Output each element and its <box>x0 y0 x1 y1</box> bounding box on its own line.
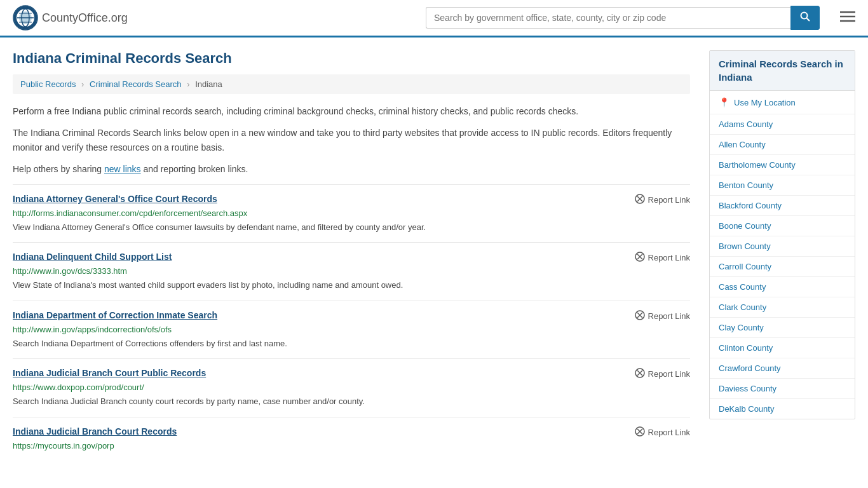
result-title-0[interactable]: Indiana Attorney General's Office Court … <box>13 194 217 204</box>
result-item: Indiana Delinquent Child Support List Re… <box>13 242 690 301</box>
logo-icon <box>13 5 38 30</box>
sidebar-county-item: DeKalb County <box>710 399 855 419</box>
new-links-link[interactable]: new links <box>104 164 141 174</box>
county-link-5[interactable]: Boone County <box>710 216 855 236</box>
result-header: Indiana Department of Correction Inmate … <box>13 310 690 322</box>
result-title-3[interactable]: Indiana Judicial Branch Court Public Rec… <box>13 368 206 378</box>
sidebar: Criminal Records Search in Indiana 📍 Use… <box>709 50 855 463</box>
search-input[interactable] <box>426 7 790 29</box>
hamburger-icon <box>840 11 855 22</box>
report-link-0[interactable]: Report Link <box>635 194 690 206</box>
svg-point-8 <box>801 13 808 19</box>
sidebar-county-item: Boone County <box>710 216 855 236</box>
intro-para-2: The Indiana Criminal Records Search link… <box>13 126 690 154</box>
sidebar-county-item: Daviess County <box>710 379 855 399</box>
county-link-12[interactable]: Crawford County <box>710 358 855 378</box>
search-icon <box>800 11 810 22</box>
county-link-2[interactable]: Bartholomew County <box>710 155 855 175</box>
search-button[interactable] <box>790 6 820 30</box>
county-link-10[interactable]: Clay County <box>710 318 855 337</box>
logo[interactable]: CountyOffice.org <box>13 5 128 30</box>
sidebar-county-item: Bartholomew County <box>710 155 855 175</box>
county-link-1[interactable]: Allen County <box>710 135 855 154</box>
county-link-0[interactable]: Adams County <box>710 114 855 134</box>
breadcrumb-indiana: Indiana <box>195 79 222 89</box>
result-header: Indiana Judicial Branch Court Records Re… <box>13 426 690 438</box>
result-url-0[interactable]: http://forms.indianaconsumer.com/cpd/enf… <box>13 208 690 218</box>
report-link-4[interactable]: Report Link <box>635 426 690 438</box>
report-link-2[interactable]: Report Link <box>635 310 690 322</box>
sidebar-county-item: Cass County <box>710 277 855 297</box>
sidebar-county-item: Brown County <box>710 236 855 257</box>
result-item: Indiana Attorney General's Office Court … <box>13 184 690 243</box>
report-icon-1 <box>635 252 645 264</box>
result-item: Indiana Judicial Branch Court Records Re… <box>13 417 690 463</box>
results-list: Indiana Attorney General's Office Court … <box>13 184 690 463</box>
sidebar-county-item: Adams County <box>710 114 855 135</box>
result-url-2[interactable]: http://www.in.gov/apps/indcorrection/ofs… <box>13 325 690 334</box>
sidebar-county-item: Clark County <box>710 297 855 318</box>
result-title-4[interactable]: Indiana Judicial Branch Court Records <box>13 426 177 437</box>
result-header: Indiana Delinquent Child Support List Re… <box>13 252 690 264</box>
county-link-7[interactable]: Carroll County <box>710 257 855 276</box>
page-title: Indiana Criminal Records Search <box>13 50 690 67</box>
sidebar-county-item: Carroll County <box>710 257 855 277</box>
sidebar-county-item: Crawford County <box>710 358 855 379</box>
county-link-3[interactable]: Benton County <box>710 175 855 195</box>
use-my-location[interactable]: 📍 Use My Location <box>710 91 855 114</box>
report-icon-4 <box>635 426 645 438</box>
sidebar-county-item: Benton County <box>710 175 855 196</box>
county-link-4[interactable]: Blackford County <box>710 196 855 215</box>
sidebar-county-item: Clay County <box>710 318 855 338</box>
report-link-1[interactable]: Report Link <box>635 252 690 264</box>
result-url-3[interactable]: https://www.doxpop.com/prod/court/ <box>13 383 690 392</box>
search-area <box>426 6 820 30</box>
breadcrumb-criminal-records[interactable]: Criminal Records Search <box>90 79 182 89</box>
svg-line-9 <box>807 18 810 22</box>
county-link-9[interactable]: Clark County <box>710 297 855 317</box>
breadcrumb: Public Records › Criminal Records Search… <box>13 74 690 94</box>
breadcrumb-sep-2: › <box>187 79 189 89</box>
result-title-2[interactable]: Indiana Department of Correction Inmate … <box>13 310 217 320</box>
page-container: Indiana Criminal Records Search Public R… <box>0 37 868 475</box>
county-link-8[interactable]: Cass County <box>710 277 855 297</box>
result-desc-3: Search Indiana Judicial Branch county co… <box>13 395 690 408</box>
result-title-1[interactable]: Indiana Delinquent Child Support List <box>13 252 172 262</box>
result-item: Indiana Judicial Branch Court Public Rec… <box>13 358 690 417</box>
county-link-11[interactable]: Clinton County <box>710 338 855 358</box>
menu-button[interactable] <box>840 10 855 26</box>
result-item: Indiana Department of Correction Inmate … <box>13 301 690 359</box>
breadcrumb-sep-1: › <box>81 79 84 89</box>
report-icon-2 <box>635 310 645 322</box>
county-link-13[interactable]: Daviess County <box>710 379 855 398</box>
intro-section: Perform a free Indiana public criminal r… <box>13 104 690 177</box>
report-link-3[interactable]: Report Link <box>635 368 690 380</box>
county-link-6[interactable]: Brown County <box>710 236 855 256</box>
sidebar-county-item: Allen County <box>710 135 855 155</box>
intro-para-1: Perform a free Indiana public criminal r… <box>13 104 690 118</box>
result-header: Indiana Attorney General's Office Court … <box>13 194 690 206</box>
sidebar-county-item: Blackford County <box>710 196 855 216</box>
site-header: CountyOffice.org <box>0 0 868 37</box>
intro-para-3: Help others by sharing new links and rep… <box>13 162 690 176</box>
sidebar-title: Criminal Records Search in Indiana <box>710 51 855 91</box>
report-icon-3 <box>635 368 645 380</box>
county-list: Adams CountyAllen CountyBartholomew Coun… <box>710 114 855 419</box>
result-desc-1: View State of Indiana's most wanted chil… <box>13 279 690 292</box>
sidebar-county-item: Clinton County <box>710 338 855 358</box>
report-icon-0 <box>635 194 645 206</box>
result-header: Indiana Judicial Branch Court Public Rec… <box>13 368 690 380</box>
result-desc-0: View Indiana Attorney General's Office c… <box>13 221 690 234</box>
result-url-4[interactable]: https://mycourts.in.gov/porp <box>13 441 690 451</box>
result-url-1[interactable]: http://www.in.gov/dcs/3333.htm <box>13 266 690 276</box>
county-link-14[interactable]: DeKalb County <box>710 399 855 419</box>
use-my-location-link[interactable]: Use My Location <box>734 98 796 107</box>
logo-text: CountyOffice.org <box>42 11 128 25</box>
main-content: Indiana Criminal Records Search Public R… <box>13 50 690 463</box>
breadcrumb-public-records[interactable]: Public Records <box>20 79 76 89</box>
location-icon: 📍 <box>719 97 729 107</box>
sidebar-box: Criminal Records Search in Indiana 📍 Use… <box>709 50 855 419</box>
result-desc-2: Search Indiana Department of Corrections… <box>13 337 690 350</box>
